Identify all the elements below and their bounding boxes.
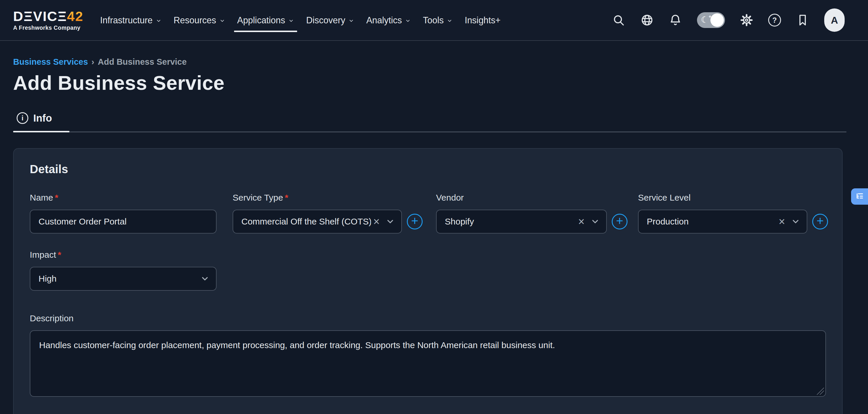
nav-label: Resources [174, 15, 216, 25]
nav-item-insights[interactable]: Insights+ [459, 0, 507, 40]
tab-info[interactable]: i Info [13, 112, 69, 132]
name-label: Name* [30, 193, 217, 203]
chevron-down-icon[interactable] [385, 217, 395, 226]
nav-item-resources[interactable]: Resources [167, 0, 231, 40]
field-name: Name* Customer Order Portal [30, 193, 217, 234]
chevron-down-icon [156, 18, 161, 24]
tab-info-label: Info [33, 112, 52, 124]
logo-device-text: DΞVICΞ [13, 8, 67, 24]
avatar-initial: A [831, 14, 838, 26]
help-icon[interactable]: ? [768, 14, 781, 27]
nav-label: Discovery [306, 15, 345, 25]
field-impact: Impact* High [30, 250, 217, 291]
service-type-value: Commercial Off the Shelf (COTS) [241, 217, 371, 227]
main-nav: Infrastructure Resources Applications Di… [94, 0, 507, 40]
chevron-down-icon [405, 18, 411, 24]
service-level-value: Production [647, 217, 776, 227]
page-title: Add Business Service [13, 71, 846, 94]
form-row-1: Name* Customer Order Portal Service Type… [30, 193, 826, 234]
description-value: Handles customer-facing order placement,… [39, 340, 555, 350]
field-description: Description Handles customer-facing orde… [30, 313, 826, 397]
vendor-select[interactable]: Shopify × [436, 210, 607, 234]
required-asterisk: * [55, 193, 58, 202]
nav-item-infrastructure[interactable]: Infrastructure [94, 0, 167, 40]
toggle-knob [710, 13, 724, 27]
main-content: Business Services › Add Business Service… [0, 57, 868, 414]
form-row-2: Impact* High [30, 250, 826, 291]
chevron-down-icon [447, 18, 453, 24]
chevron-down-icon[interactable] [200, 274, 210, 283]
info-circle-icon: i [17, 112, 28, 124]
chevron-down-icon [288, 18, 294, 24]
service-level-select[interactable]: Production × [638, 210, 807, 234]
top-navigation-bar: DΞVICΞ42 A Freshworks Company Infrastruc… [0, 0, 868, 41]
chevron-down-icon [348, 18, 354, 24]
section-title: Details [30, 163, 826, 176]
name-input[interactable]: Customer Order Portal [30, 210, 217, 234]
required-asterisk: * [58, 250, 61, 260]
theme-toggle[interactable]: ☾ + [697, 12, 725, 28]
bookmark-icon[interactable] [796, 13, 809, 27]
app-root: DΞVICΞ42 A Freshworks Company Infrastruc… [0, 0, 868, 414]
tree-list-icon [855, 192, 865, 201]
nav-item-applications[interactable]: Applications [231, 0, 300, 40]
resize-grip[interactable] [816, 387, 824, 395]
field-vendor: Vendor Shopify × + [436, 193, 627, 234]
add-service-level-button[interactable]: + [812, 214, 828, 230]
impact-select[interactable]: High [30, 267, 217, 291]
nav-label: Analytics [366, 15, 402, 25]
search-icon[interactable] [612, 13, 625, 27]
description-label: Description [30, 313, 826, 323]
bell-icon[interactable] [669, 13, 682, 27]
clear-icon[interactable]: × [779, 216, 785, 227]
plus-glyph: + [616, 214, 623, 228]
logo-42-text: 42 [67, 8, 84, 24]
topbar-actions: ☾ + ? A [612, 8, 845, 32]
description-textarea[interactable]: Handles customer-facing order placement,… [30, 330, 826, 397]
info-glyph: i [22, 114, 24, 122]
avatar[interactable]: A [824, 8, 845, 32]
nav-label: Applications [237, 15, 285, 25]
nav-item-discovery[interactable]: Discovery [300, 0, 360, 40]
breadcrumb: Business Services › Add Business Service [13, 57, 846, 67]
plus-glyph: + [411, 214, 418, 228]
service-type-select[interactable]: Commercial Off the Shelf (COTS) × [232, 210, 402, 234]
nav-label: Tools [423, 15, 444, 25]
service-type-label: Service Type* [232, 193, 423, 203]
moon-icon: ☾ [701, 14, 709, 25]
vendor-value: Shopify [445, 217, 576, 227]
field-service-type: Service Type* Commercial Off the Shelf (… [232, 193, 423, 234]
vendor-label: Vendor [436, 193, 627, 203]
clear-icon[interactable]: × [373, 216, 380, 227]
tree-view-fab[interactable] [851, 188, 868, 205]
clear-icon[interactable]: × [578, 216, 585, 227]
gear-icon[interactable] [740, 13, 753, 27]
impact-value: High [38, 274, 194, 284]
logo-subtitle: A Freshworks Company [13, 25, 84, 31]
name-value: Customer Order Portal [38, 217, 127, 227]
breadcrumb-link-business-services[interactable]: Business Services [13, 57, 88, 67]
nav-label: Insights+ [465, 15, 500, 25]
question-glyph: ? [772, 16, 777, 25]
service-level-label: Service Level [638, 193, 828, 203]
tab-bar: i Info [13, 112, 846, 132]
form-row-3: Description Handles customer-facing orde… [30, 313, 826, 397]
nav-item-analytics[interactable]: Analytics [360, 0, 417, 40]
add-service-type-button[interactable]: + [407, 214, 423, 230]
field-service-level: Service Level Production × + [638, 193, 828, 234]
nav-item-tools[interactable]: Tools [417, 0, 459, 40]
globe-icon[interactable] [640, 13, 654, 27]
breadcrumb-separator: › [91, 57, 94, 67]
plus-glyph: + [817, 214, 824, 228]
breadcrumb-current: Add Business Service [98, 57, 187, 67]
device42-logo[interactable]: DΞVICΞ42 A Freshworks Company [13, 9, 84, 31]
chevron-down-icon[interactable] [590, 217, 600, 226]
chevron-down-icon [219, 18, 225, 24]
details-card: Details Name* Customer Order Portal Serv… [13, 148, 843, 414]
add-vendor-button[interactable]: + [612, 214, 627, 230]
chevron-down-icon[interactable] [791, 217, 800, 226]
nav-label: Infrastructure [100, 15, 153, 25]
logo-wordmark: DΞVICΞ42 [13, 9, 84, 23]
impact-label: Impact* [30, 250, 217, 260]
required-asterisk: * [285, 193, 288, 202]
